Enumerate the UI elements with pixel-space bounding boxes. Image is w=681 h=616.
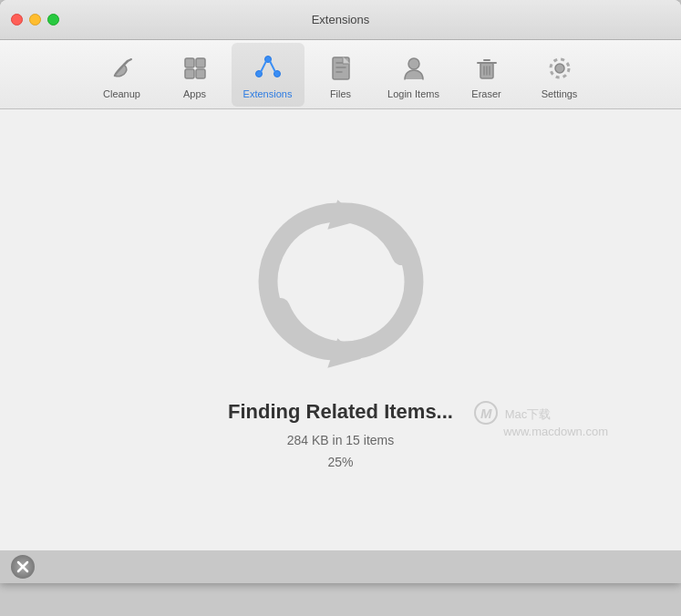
status-title: Finding Related Items... [228,400,453,424]
toolbar-item-settings[interactable]: Settings [523,43,596,107]
titlebar: Extensions [0,0,681,40]
svg-rect-1 [196,58,205,67]
svg-rect-2 [185,69,194,78]
bottom-bar [0,550,681,583]
window-title: Extensions [312,13,370,26]
apps-label: Apps [183,88,206,99]
files-label: Files [330,88,351,99]
svg-point-15 [555,64,564,73]
toolbar-item-extensions[interactable]: Extensions [232,43,304,107]
toolbar-item-eraser[interactable]: Eraser [450,43,523,107]
svg-point-10 [408,58,419,69]
svg-line-7 [261,61,266,72]
status-subtitle: 284 KB in 15 items [287,433,395,447]
extensions-icon [252,52,284,85]
traffic-lights [11,14,59,26]
toolbar-item-login-items[interactable]: Login Items [377,43,450,107]
eraser-label: Eraser [471,88,500,99]
main-content: Finding Related Items... 284 KB in 15 it… [0,109,681,550]
login-items-icon [397,52,430,85]
eraser-icon [470,52,503,85]
close-button[interactable] [11,14,23,26]
cancel-button[interactable] [11,555,35,579]
maximize-button[interactable] [47,14,59,26]
watermark: M Mac下载 www.macdown.com [474,401,608,438]
toolbar-item-cleanup[interactable]: Cleanup [86,43,159,107]
toolbar-item-apps[interactable]: Apps [159,43,232,107]
sync-icon-container [250,190,432,373]
cleanup-icon [106,52,139,85]
minimize-button[interactable] [29,14,41,26]
svg-line-8 [270,61,275,72]
toolbar: Cleanup Apps [0,40,681,109]
login-items-label: Login Items [387,88,439,99]
extensions-label: Extensions [243,88,293,99]
status-percent: 25% [327,455,353,469]
main-window: Extensions Cleanup [0,0,681,583]
cleanup-label: Cleanup [103,88,140,99]
settings-label: Settings [542,88,578,99]
toolbar-item-files[interactable]: Files [304,43,377,107]
settings-icon [543,52,576,85]
apps-icon [179,52,212,85]
svg-rect-3 [196,69,205,78]
sync-icon [254,195,428,368]
svg-rect-0 [185,58,194,67]
files-icon [325,52,357,85]
